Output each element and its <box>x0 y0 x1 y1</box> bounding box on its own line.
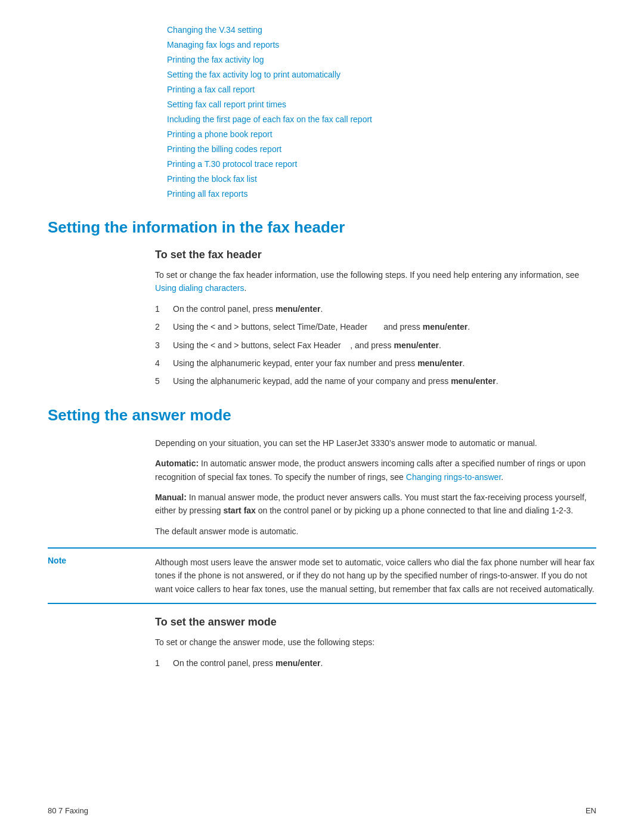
step-4: 4 Using the alphanumeric keypad, enter y… <box>155 357 596 370</box>
section2-subheading: To set the answer mode <box>155 616 596 628</box>
note-container: Note Although most users leave the answe… <box>48 547 596 604</box>
step-3: 3 Using the < and > buttons, select Fax … <box>155 339 596 352</box>
section2-heading: Setting the answer mode <box>48 406 596 425</box>
step-5-num: 5 <box>155 374 173 388</box>
section2-step-1-num: 1 <box>155 657 173 670</box>
section2-manual-bold: Manual: <box>155 493 187 502</box>
step-3-content: Using the < and > buttons, select Fax He… <box>173 339 596 352</box>
toc-link-2[interactable]: Managing fax logs and reports <box>167 40 279 49</box>
section2-default: The default answer mode is automatic. <box>155 525 596 538</box>
section1-intro-end: . <box>244 283 246 293</box>
step-4-num: 4 <box>155 357 173 370</box>
step-2-num: 2 <box>155 320 173 333</box>
toc-link-4[interactable]: Setting the fax activity log to print au… <box>167 70 340 79</box>
section1-intro-link[interactable]: Using dialing characters <box>155 283 244 293</box>
toc-item-4[interactable]: Setting the fax activity log to print au… <box>167 69 596 81</box>
section2-steps: 1 On the control panel, press menu/enter… <box>155 657 596 670</box>
section2-subintro: To set or change the answer mode, use th… <box>155 636 596 649</box>
toc-link-10[interactable]: Printing a T.30 protocol trace report <box>167 159 297 169</box>
toc-item-8[interactable]: Printing a phone book report <box>167 128 596 141</box>
page: Changing the V.34 setting Managing fax l… <box>0 0 644 833</box>
step-1: 1 On the control panel, press menu/enter… <box>155 302 596 315</box>
section2-automatic-bold: Automatic: <box>155 459 199 468</box>
step-5: 5 Using the alphanumeric keypad, add the… <box>155 374 596 388</box>
footer-right: EN <box>586 806 596 815</box>
toc-item-9[interactable]: Printing the billing codes report <box>167 143 596 156</box>
section2-manual-text2: on the control panel or by picking up a … <box>256 506 573 515</box>
step-2-content: Using the < and > buttons, select Time/D… <box>173 320 596 333</box>
section2-manual: Manual: In manual answer mode, the produ… <box>155 491 596 518</box>
section1-subheading: To set the fax header <box>155 249 596 261</box>
toc-link-5[interactable]: Printing a fax call report <box>167 85 255 94</box>
footer-left: 80 7 Faxing <box>48 806 88 815</box>
section2-automatic-end: . <box>501 472 503 482</box>
toc-link-9[interactable]: Printing the billing codes report <box>167 144 281 154</box>
section2-automatic-link[interactable]: Changing rings-to-answer <box>406 472 501 482</box>
toc-item-11[interactable]: Printing the block fax list <box>167 173 596 185</box>
section2-step-1: 1 On the control panel, press menu/enter… <box>155 657 596 670</box>
toc-item-2[interactable]: Managing fax logs and reports <box>167 39 596 51</box>
toc-link-6[interactable]: Setting fax call report print times <box>167 100 286 109</box>
toc-item-10[interactable]: Printing a T.30 protocol trace report <box>167 158 596 171</box>
toc-item-3[interactable]: Printing the fax activity log <box>167 54 596 66</box>
section2-manual-bold2: start fax <box>223 506 255 515</box>
step-3-num: 3 <box>155 339 173 352</box>
section1-heading: Setting the information in the fax heade… <box>48 218 596 237</box>
section1-intro: To set or change the fax header informat… <box>155 268 596 295</box>
section1-steps: 1 On the control panel, press menu/enter… <box>155 302 596 388</box>
toc-link-3[interactable]: Printing the fax activity log <box>167 55 264 64</box>
section2-intro: Depending on your situation, you can set… <box>155 436 596 450</box>
toc-item-7[interactable]: Including the first page of each fax on … <box>167 113 596 126</box>
toc-link-1[interactable]: Changing the V.34 setting <box>167 25 262 35</box>
note-content: Although most users leave the answer mod… <box>155 556 596 596</box>
section2-step-1-content: On the control panel, press menu/enter. <box>173 657 596 670</box>
section2-automatic: Automatic: In automatic answer mode, the… <box>155 457 596 484</box>
toc-item-6[interactable]: Setting fax call report print times <box>167 98 596 111</box>
toc-list: Changing the V.34 setting Managing fax l… <box>167 24 596 200</box>
step-1-content: On the control panel, press menu/enter. <box>173 302 596 315</box>
toc-link-8[interactable]: Printing a phone book report <box>167 129 273 139</box>
footer: 80 7 Faxing EN <box>48 806 596 815</box>
step-1-num: 1 <box>155 302 173 315</box>
note-label: Note <box>48 556 155 596</box>
step-4-content: Using the alphanumeric keypad, enter you… <box>173 357 596 370</box>
toc-link-11[interactable]: Printing the block fax list <box>167 174 257 184</box>
step-5-content: Using the alphanumeric keypad, add the n… <box>173 374 596 388</box>
toc-item-12[interactable]: Printing all fax reports <box>167 188 596 200</box>
section2-automatic-text: In automatic answer mode, the product an… <box>155 459 586 481</box>
section1-intro-text: To set or change the fax header informat… <box>155 270 579 280</box>
step-2: 2 Using the < and > buttons, select Time… <box>155 320 596 333</box>
toc-link-12[interactable]: Printing all fax reports <box>167 189 247 199</box>
toc-item-1[interactable]: Changing the V.34 setting <box>167 24 596 36</box>
toc-link-7[interactable]: Including the first page of each fax on … <box>167 114 372 124</box>
toc-item-5[interactable]: Printing a fax call report <box>167 83 596 96</box>
